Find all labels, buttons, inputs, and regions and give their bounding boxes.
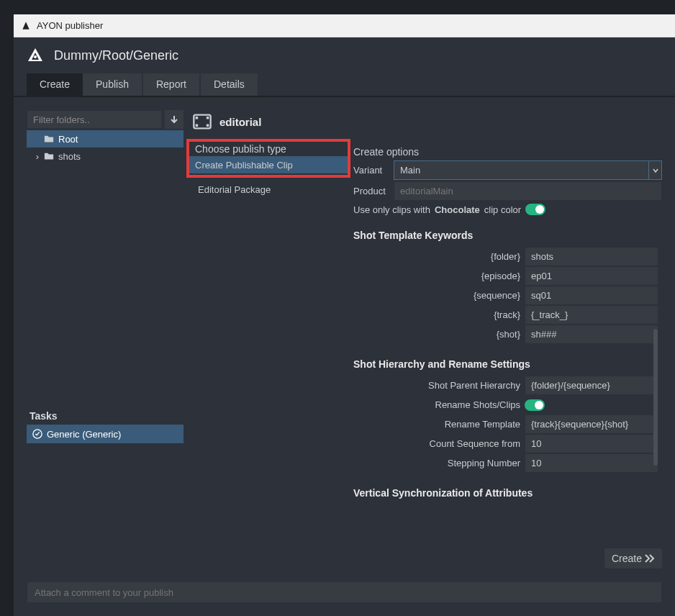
publish-type-create-clip[interactable]: Create Publishable Clip [189, 156, 348, 173]
tab-report[interactable]: Report [143, 73, 199, 96]
kv-shot[interactable] [525, 325, 658, 344]
tab-create[interactable]: Create [27, 73, 83, 96]
product-label: Product [353, 186, 388, 196]
clip-color-toggle[interactable] [525, 204, 545, 215]
window: AYON publisher Dummy/Root/Generic Create… [14, 14, 675, 616]
variant-label: Variant [353, 165, 388, 176]
app-icon [21, 21, 31, 31]
tree-item-shots[interactable]: › shots [27, 148, 184, 165]
left-panel: Root › shots Tasks Generic (Generic) [27, 110, 184, 569]
logo [27, 47, 44, 64]
tabs: Create Publish Report Details [14, 73, 675, 97]
svg-rect-5 [207, 117, 209, 119]
middle-panel: editorial Choose publish type Create Pub… [192, 110, 345, 569]
kv-count-from[interactable] [525, 434, 658, 453]
filter-dropdown-button[interactable] [165, 110, 184, 129]
product-input [394, 181, 662, 201]
kv-track[interactable] [525, 305, 658, 325]
clip-color-row: Use only clips with Chocolate clip color [353, 204, 662, 215]
folder-icon [44, 151, 54, 161]
arrow-down-icon [170, 115, 178, 124]
svg-rect-3 [196, 117, 199, 119]
chevron-double-right-icon [645, 554, 655, 563]
choose-publish-type-label: Choose publish type [195, 143, 348, 155]
body: Root › shots Tasks Generic (Generic) [14, 97, 675, 581]
tab-publish[interactable]: Publish [83, 73, 142, 96]
right-panel: . Create options Variant Product Use onl… [353, 110, 675, 569]
film-icon [192, 112, 212, 132]
kv-parent-hierarchy[interactable] [525, 376, 658, 395]
middle-title: editorial [219, 116, 261, 128]
tasks-label: Tasks [27, 407, 184, 425]
create-options-label: Create options [353, 146, 662, 158]
kv-episode[interactable] [525, 266, 658, 286]
svg-point-0 [34, 55, 37, 58]
folder-tree: Root › shots [27, 130, 184, 407]
hierarchy-title: Shot Hierarchy and Rename Settings [353, 358, 652, 370]
kv-sequence[interactable] [525, 286, 658, 305]
titlebar: AYON publisher [14, 14, 675, 37]
create-button[interactable]: Create [604, 548, 662, 569]
options-scroll[interactable]: Shot Template Keywords {folder} {episode… [353, 215, 662, 544]
chevron-right-icon[interactable]: › [32, 151, 42, 162]
tree-item-root[interactable]: Root [27, 130, 184, 148]
tab-details[interactable]: Details [201, 73, 258, 96]
comment-input[interactable] [27, 581, 662, 603]
vertical-sync-title: Vertical Synchronization of Attributes [353, 487, 652, 499]
kv-rename-template[interactable] [525, 415, 658, 434]
publish-type-editorial-package[interactable]: Editorial Package [192, 181, 345, 198]
rename-shots-toggle[interactable] [525, 399, 545, 411]
svg-rect-4 [196, 124, 199, 127]
kv-folder[interactable] [525, 247, 658, 266]
filter-folders-input[interactable] [27, 110, 162, 129]
highlight-box: Choose publish type Create Publishable C… [186, 139, 350, 178]
shot-template-title: Shot Template Keywords [353, 230, 652, 241]
chevron-down-icon[interactable] [649, 160, 662, 180]
app-title: AYON publisher [37, 20, 103, 31]
scrollbar-thumb[interactable] [653, 329, 658, 466]
kv-stepping[interactable] [525, 453, 658, 473]
svg-rect-6 [207, 124, 209, 127]
folder-icon [44, 134, 54, 144]
check-circle-icon [32, 429, 42, 439]
task-item[interactable]: Generic (Generic) [27, 425, 184, 443]
variant-input[interactable] [394, 160, 649, 180]
variant-select[interactable] [394, 160, 662, 180]
breadcrumb: Dummy/Root/Generic [54, 48, 178, 63]
header: Dummy/Root/Generic [14, 37, 675, 73]
